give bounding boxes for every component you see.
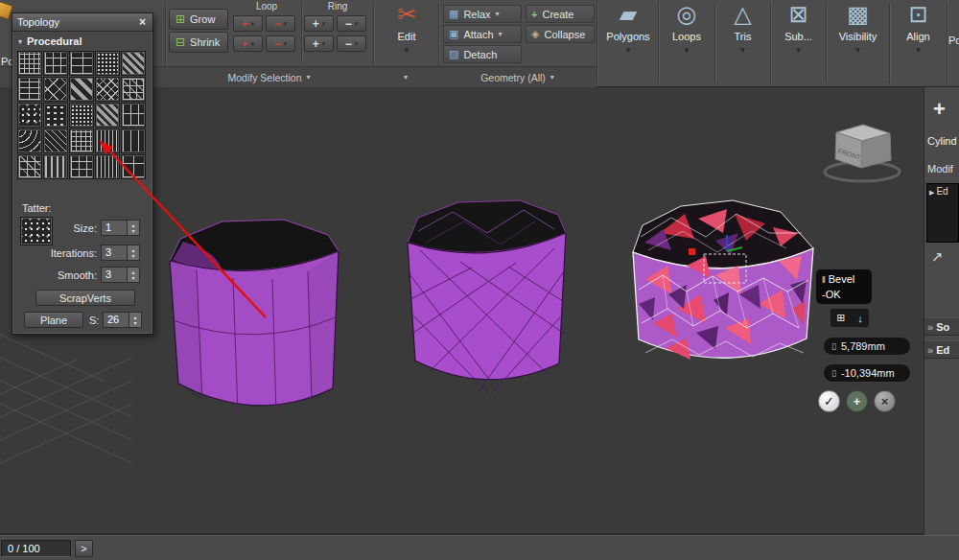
ring-grow-button[interactable]: +▾ — [304, 15, 334, 32]
grid-icon[interactable]: ⊞ — [836, 312, 845, 324]
collapse-icon: ◈ — [531, 28, 539, 40]
pattern-swatch-21[interactable] — [18, 155, 41, 178]
ring-remove-button[interactable]: −▾ — [337, 35, 366, 52]
tris-button[interactable]: △ Tris ▾ — [716, 0, 769, 65]
frame-number-field[interactable]: 0 / 100 — [1, 540, 71, 557]
geometry-all-strip[interactable]: Geometry (All) ▾ — [438, 66, 596, 87]
pattern-swatch-9[interactable] — [96, 78, 119, 101]
bevel-outline-field[interactable]: ▯ -10,394mm — [823, 363, 911, 383]
s-spinner[interactable]: 26 ▴▾ — [103, 312, 142, 328]
pattern-swatch-19[interactable] — [96, 129, 119, 152]
caddy-apply-button[interactable]: + — [846, 390, 868, 412]
pin-stack-icon[interactable]: ↗ — [931, 248, 944, 266]
ring-insert-button[interactable]: +▾ — [304, 35, 334, 52]
pattern-swatch-7[interactable] — [44, 78, 67, 101]
grow-button[interactable]: ⊞ Grow — [169, 9, 228, 30]
spinner-arrows[interactable]: ▴▾ — [128, 267, 140, 283]
smooth-spinner[interactable]: 3 ▴▾ — [101, 267, 140, 283]
modifier-list-label[interactable]: Modif — [927, 163, 953, 175]
cylinder-object-2[interactable] — [408, 200, 566, 394]
edit-strip[interactable]: ▾ — [373, 66, 438, 87]
attach-button[interactable]: ▣ Attach ▾ — [443, 25, 522, 43]
align-button[interactable]: ⊡ Align ▾ — [891, 0, 946, 65]
s-value[interactable]: 26 — [103, 312, 129, 328]
topology-titlebar[interactable]: Topology × — [12, 13, 152, 32]
spin-down-icon[interactable]: ▾ — [131, 275, 134, 281]
iterations-spinner[interactable]: 3 ▴▾ — [101, 245, 140, 261]
object-name-label[interactable]: Cylind — [927, 135, 957, 147]
relax-button[interactable]: ▦ Relax ▾ — [443, 5, 522, 23]
rollout-soft-selection[interactable]: » So — [924, 317, 959, 336]
viewcube[interactable]: FRONT — [825, 125, 900, 181]
edit-button[interactable]: ✂ Edit ▾ — [378, 0, 435, 65]
caddy-cancel-button[interactable]: × — [874, 390, 896, 412]
plane-button[interactable]: Plane — [24, 312, 83, 328]
pattern-swatch-14[interactable] — [96, 104, 119, 127]
geometry-all-title: Geometry (All) — [480, 72, 546, 83]
create-button[interactable]: + Create — [526, 5, 595, 23]
bevel-height-field[interactable]: ▯ 5,789mm — [823, 337, 911, 356]
spinner-arrows[interactable]: ▴▾ — [129, 312, 142, 328]
pattern-swatch-8[interactable] — [70, 78, 93, 101]
pattern-swatch-3[interactable] — [70, 52, 93, 75]
expand-icon[interactable]: ▶ — [929, 189, 934, 196]
pattern-swatch-1[interactable] — [18, 52, 41, 75]
pattern-swatch-18[interactable] — [70, 129, 93, 152]
smooth-value[interactable]: 3 — [101, 267, 128, 283]
cylinder-object-3[interactable] — [633, 200, 813, 360]
ring-shrink-button[interactable]: −▾ — [337, 15, 366, 32]
pattern-swatch-22[interactable] — [44, 155, 67, 178]
bevel-type-buttons[interactable]: ⊞ ↓ — [830, 309, 869, 327]
detach-button[interactable]: ▨ Detach — [443, 45, 522, 63]
pattern-swatch-24[interactable] — [96, 155, 119, 178]
add-icon[interactable]: + — [933, 97, 946, 122]
next-frame-button[interactable]: > — [75, 540, 93, 557]
spinner-arrows[interactable]: ▴▾ — [128, 220, 140, 236]
pattern-swatch-6[interactable] — [18, 78, 41, 101]
loop-remove-button[interactable]: −▾ — [266, 35, 295, 52]
loop-shrink-button[interactable]: −▾ — [266, 15, 295, 32]
chevron-down-icon: ▾ — [550, 73, 554, 82]
pattern-swatch-11[interactable] — [18, 104, 41, 127]
down-arrow-icon[interactable]: ↓ — [857, 313, 863, 324]
loop-insert-button[interactable]: +▾ — [233, 35, 263, 52]
spin-down-icon[interactable]: ▾ — [131, 228, 134, 234]
cylinder-object-1[interactable] — [170, 220, 339, 414]
pattern-swatch-2[interactable] — [44, 52, 67, 75]
pattern-swatch-4[interactable] — [96, 52, 119, 75]
pattern-swatch-25[interactable] — [122, 155, 145, 178]
sub-button[interactable]: ⊠ Sub... ▾ — [772, 0, 825, 65]
size-spinner[interactable]: 1 ▴▾ — [101, 220, 140, 236]
pattern-swatch-13[interactable] — [70, 104, 93, 127]
modify-selection-strip[interactable]: Modify Selection ▾ — [165, 66, 373, 87]
timeline-bar[interactable]: 0 / 100 > — [0, 535, 959, 560]
shrink-button[interactable]: ⊟ Shrink — [169, 32, 228, 53]
tatter-pattern-icon[interactable] — [21, 218, 52, 245]
collapse-button[interactable]: ◈ Collapse — [526, 25, 595, 43]
modifier-stack[interactable]: ▶Ed — [926, 183, 959, 243]
pattern-swatch-12[interactable] — [44, 104, 67, 127]
pattern-swatch-16[interactable] — [18, 129, 41, 152]
iterations-value[interactable]: 3 — [101, 245, 128, 261]
close-icon[interactable]: × — [137, 15, 148, 29]
procedural-rollout-header[interactable]: ▾ Procedural — [12, 32, 152, 49]
pattern-swatch-15[interactable] — [122, 104, 145, 127]
pattern-swatch-23[interactable] — [70, 155, 93, 178]
rollout-edit[interactable]: » Ed — [924, 340, 959, 359]
bevel-height-value[interactable]: 5,789mm — [841, 340, 885, 352]
caddy-ok-button[interactable]: ✓ — [818, 390, 840, 412]
pattern-swatch-20[interactable] — [122, 129, 145, 152]
pattern-swatch-10[interactable] — [122, 78, 145, 101]
bevel-outline-value[interactable]: -10,394mm — [841, 367, 895, 379]
loops-button[interactable]: ◎ Loops ▾ — [660, 0, 713, 65]
polygons-button[interactable]: ▰ Polygons ▾ — [598, 0, 658, 65]
size-value[interactable]: 1 — [101, 220, 128, 236]
pattern-swatch-17[interactable] — [44, 129, 67, 152]
spin-down-icon[interactable]: ▾ — [133, 320, 136, 326]
scrapverts-button[interactable]: ScrapVerts — [35, 290, 135, 306]
spinner-arrows[interactable]: ▴▾ — [128, 245, 140, 261]
visibility-button[interactable]: ▩ Visibility ▾ — [828, 0, 888, 65]
loop-grow-button[interactable]: +▾ — [233, 15, 263, 32]
pattern-swatch-5[interactable] — [122, 52, 145, 75]
spin-down-icon[interactable]: ▾ — [131, 253, 134, 259]
